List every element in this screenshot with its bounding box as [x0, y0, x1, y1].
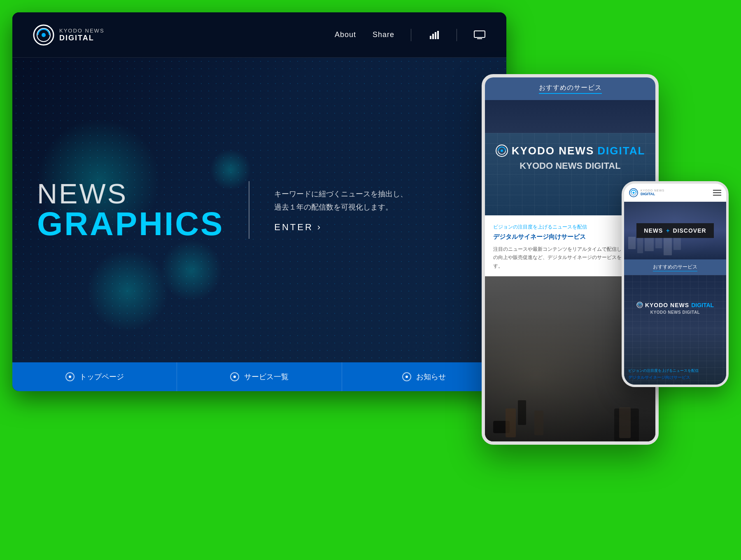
desktop-bottom-nav: トップページ サービス一覧 お知らせ: [12, 362, 506, 391]
mobile-logo-top: KYODO NEWS: [641, 189, 664, 192]
page-wrapper: KYODO NEWS DIGITAL About Share: [0, 0, 741, 560]
building-logo-row: KYODO NEWS DIGITAL: [485, 144, 655, 157]
desktop-hero: NEWS GRAPHICS キーワードに紐づくニュースを抽出し、 過去１年の配信…: [12, 58, 506, 362]
nav-share[interactable]: Share: [373, 30, 394, 39]
bottom-nav-services[interactable]: サービス一覧: [177, 362, 342, 391]
mobile-hero-overlay: NEWS + DISCOVER: [624, 202, 726, 259]
svg-rect-6: [437, 31, 439, 39]
mobile-content-image: KYODO NEWS DIGITAL KYODO NEWS DIGITAL ビジ…: [624, 275, 726, 385]
svg-rect-5: [435, 32, 436, 39]
enter-chevron-icon: ›: [317, 222, 322, 233]
svg-rect-7: [474, 31, 485, 37]
desktop-mockup: KYODO NEWS DIGITAL About Share: [12, 12, 506, 391]
mobile-hero-news: NEWS: [644, 227, 663, 234]
desktop-logo-icon: [33, 24, 54, 46]
hero-right: キーワードに紐づくニュースを抽出し、 過去１年の配信数を可視化します。 ENTE…: [274, 187, 408, 233]
svg-point-11: [405, 376, 408, 378]
nav-about[interactable]: About: [335, 30, 356, 39]
hero-enter[interactable]: ENTER ›: [274, 222, 408, 233]
building-sign-kyodo: KYODO NEWS: [512, 145, 594, 157]
hamburger-line-1: [713, 190, 721, 191]
hero-title: NEWS GRAPHICS: [37, 180, 224, 240]
svg-point-20: [639, 304, 640, 306]
hero-subtitle: キーワードに紐づくニュースを抽出し、 過去１年の配信数を可視化します。: [274, 187, 408, 214]
mobile-building-digital-text: DIGITAL: [691, 301, 714, 308]
hero-content: NEWS GRAPHICS キーワードに紐づくニュースを抽出し、 過去１年の配信…: [37, 180, 408, 240]
building-sign-row2: KYODO NEWS DIGITAL: [485, 161, 655, 171]
svg-rect-4: [432, 34, 434, 39]
desktop-header: KYODO NEWS DIGITAL About Share: [12, 12, 506, 58]
mobile-footer-title: デジタルサイネージ向けサービス: [628, 375, 722, 380]
tablet-header-title: おすすめのサービス: [539, 84, 602, 94]
logo-bottom: DIGITAL: [59, 34, 105, 42]
svg-point-17: [633, 191, 635, 194]
chart-icon[interactable]: [428, 29, 440, 41]
hero-title-graphics: GRAPHICS: [37, 208, 224, 240]
building-sign: KYODO NEWS DIGITAL KYODO NEWS DIGITAL: [485, 144, 655, 171]
mobile-building-kyodo-logo: [636, 301, 643, 308]
logo-top: KYODO NEWS: [59, 28, 105, 34]
mobile-footer-text: ビジョンの注目度を上げるニュースを配信 デジタルサイネージ向けサービス: [628, 368, 722, 380]
mobile-mockup: KYODO NEWS DIGITAL: [622, 181, 729, 387]
mobile-header: KYODO NEWS DIGITAL: [624, 184, 726, 202]
building-kyodo-logo: [495, 144, 508, 157]
bullet-icon-1: [65, 372, 75, 381]
monitor-icon[interactable]: [473, 29, 486, 41]
tablet-header-bar: おすすめのサービス: [485, 77, 655, 100]
bullet-icon-2: [230, 372, 239, 381]
mobile-hero-image: NEWS + DISCOVER: [624, 202, 726, 259]
mobile-building-kyodo-text: KYODO NEWS: [645, 301, 689, 308]
mobile-logo-area: KYODO NEWS DIGITAL: [629, 188, 664, 197]
mobile-logo-bottom: DIGITAL: [641, 192, 664, 196]
hero-title-news: NEWS: [37, 180, 224, 208]
svg-point-10: [233, 376, 236, 378]
mobile-service-bar: おすすめのサービス: [624, 259, 726, 275]
bullet-icon-3: [402, 372, 411, 381]
mobile-service-bar-text: おすすめのサービス: [653, 264, 697, 271]
building-sign-digital: DIGITAL: [597, 145, 645, 157]
mobile-logo-icon: [629, 188, 638, 197]
desktop-logo-text: KYODO NEWS DIGITAL: [59, 28, 105, 42]
svg-rect-8: [477, 38, 482, 39]
bottom-nav-top[interactable]: トップページ: [12, 362, 177, 391]
mobile-building-logo-row: KYODO NEWS DIGITAL: [624, 301, 726, 308]
svg-point-14: [501, 149, 503, 152]
mobile-building-row2: KYODO NEWS DIGITAL: [624, 310, 726, 314]
mobile-hero-discover: DISCOVER: [673, 227, 706, 234]
nav-divider-2: [457, 29, 457, 41]
hamburger-menu[interactable]: [713, 190, 721, 196]
svg-point-9: [69, 376, 71, 378]
hero-divider: [249, 181, 249, 239]
mobile-building-sign: KYODO NEWS DIGITAL KYODO NEWS DIGITAL: [624, 301, 726, 314]
mobile-logo-text: KYODO NEWS DIGITAL: [641, 189, 664, 196]
mobile-footer-label: ビジョンの注目度を上げるニュースを配信: [628, 368, 722, 373]
svg-point-2: [42, 33, 46, 37]
svg-rect-3: [430, 36, 431, 39]
hamburger-line-3: [713, 195, 721, 196]
desktop-nav: About Share: [335, 29, 486, 41]
desktop-logo-area: KYODO NEWS DIGITAL: [33, 24, 105, 46]
mobile-hero-plus: +: [666, 227, 669, 234]
nav-divider-1: [411, 29, 411, 41]
mobile-inner: KYODO NEWS DIGITAL: [624, 184, 726, 385]
hamburger-line-2: [713, 192, 721, 193]
mobile-hero-banner: NEWS + DISCOVER: [636, 223, 713, 238]
